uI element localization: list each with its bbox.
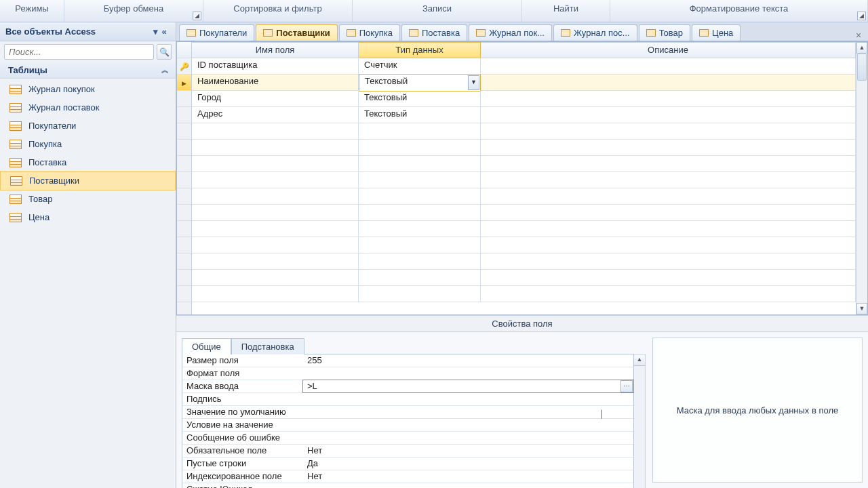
property-row[interactable]: Формат поля <box>182 367 633 380</box>
design-row[interactable] <box>192 221 856 237</box>
nav-item-поставщики[interactable]: Поставщики <box>0 171 176 190</box>
design-row[interactable] <box>192 172 856 188</box>
nav-section-tables[interactable]: Таблицы ︽ <box>0 62 176 79</box>
document-tab[interactable]: Поставка <box>401 24 467 41</box>
row-selector[interactable] <box>177 107 191 123</box>
design-row[interactable]: ГородТекстовый <box>192 91 856 107</box>
property-value[interactable] <box>303 406 633 418</box>
nav-item-поставка[interactable]: Поставка <box>0 153 176 171</box>
row-selector[interactable] <box>177 253 191 270</box>
data-type-cell[interactable]: Текстовый▼ <box>359 74 481 92</box>
description-cell[interactable] <box>481 91 856 107</box>
design-row[interactable] <box>192 188 856 205</box>
col-header-fieldname[interactable]: Имя поля <box>192 42 359 58</box>
field-name-cell[interactable]: Город <box>192 91 359 107</box>
property-value[interactable] <box>303 419 633 431</box>
document-tab[interactable]: Журнал пос... <box>553 24 637 41</box>
design-row[interactable]: НаименованиеТекстовый▼ <box>192 75 856 91</box>
search-icon[interactable]: 🔍 <box>157 44 172 60</box>
field-name-cell[interactable]: Наименование <box>192 75 359 91</box>
property-row[interactable]: Пустые строкиДа <box>182 458 633 470</box>
property-row[interactable]: Обязательное полеНет <box>182 445 633 458</box>
expand-icon[interactable]: ◢ <box>193 12 201 20</box>
row-selector[interactable] <box>177 75 191 91</box>
row-selector[interactable] <box>177 221 191 237</box>
property-row[interactable]: Подпись <box>182 393 633 406</box>
row-selector[interactable] <box>177 172 191 188</box>
property-value[interactable]: Да <box>303 458 633 470</box>
data-type-cell[interactable]: Текстовый <box>359 107 481 123</box>
nav-item-товар[interactable]: Товар <box>0 190 176 208</box>
property-value[interactable]: Нет <box>303 445 633 457</box>
nav-item-цена[interactable]: Цена <box>0 208 176 226</box>
property-row[interactable]: Условие на значение <box>182 419 633 432</box>
chevron-up-icon[interactable]: ︽ <box>161 65 169 75</box>
row-selector[interactable] <box>177 91 191 107</box>
property-value[interactable] <box>303 393 633 405</box>
property-row[interactable]: Значение по умолчанию <box>182 406 633 419</box>
row-selector[interactable] <box>177 140 191 156</box>
collapse-icon[interactable]: « <box>158 26 170 37</box>
nav-header[interactable]: Все объекты Access ▾ « <box>0 22 176 41</box>
props-vscrollbar[interactable]: ▲ <box>634 354 646 488</box>
grid-vscrollbar[interactable]: ▲ ▼ <box>856 42 867 314</box>
document-tab[interactable]: Покупка <box>339 24 400 41</box>
property-row[interactable]: Сообщение об ошибке <box>182 432 633 445</box>
scroll-up-icon[interactable]: ▲ <box>634 354 645 366</box>
row-selector[interactable] <box>177 156 191 172</box>
description-cell[interactable] <box>481 75 856 91</box>
document-tab[interactable]: Поставщики <box>256 24 337 41</box>
row-selector[interactable] <box>177 58 191 75</box>
description-cell[interactable] <box>481 107 856 123</box>
design-row[interactable] <box>192 123 856 140</box>
nav-item-журнал-поставок[interactable]: Журнал поставок <box>0 98 176 117</box>
document-tab[interactable]: Товар <box>639 24 690 41</box>
nav-item-журнал-покупок[interactable]: Журнал покупок <box>0 80 176 98</box>
property-row[interactable]: Сжатие Юникод <box>182 483 633 488</box>
design-row[interactable] <box>192 286 856 302</box>
dropdown-icon[interactable]: ▼ <box>468 75 479 90</box>
document-tab[interactable]: Цена <box>692 24 741 41</box>
document-tab[interactable]: Покупатели <box>179 24 254 41</box>
scroll-down-icon[interactable]: ▼ <box>856 303 867 314</box>
scroll-thumb[interactable] <box>857 54 867 81</box>
design-row[interactable] <box>192 156 856 172</box>
scroll-up-icon[interactable]: ▲ <box>856 42 867 54</box>
row-selector[interactable] <box>177 205 191 221</box>
design-row[interactable] <box>192 270 856 286</box>
design-row[interactable] <box>192 237 856 253</box>
property-value[interactable] <box>303 432 633 444</box>
builder-button[interactable]: ⋯ <box>620 380 633 392</box>
data-type-cell[interactable]: Текстовый <box>359 91 481 107</box>
row-selector[interactable] <box>177 270 191 286</box>
expand-icon[interactable]: ◢ <box>857 12 866 20</box>
property-value[interactable]: Нет <box>303 470 633 483</box>
design-row[interactable]: АдресТекстовый <box>192 107 856 123</box>
close-all-tabs[interactable]: × <box>852 30 865 41</box>
property-row[interactable]: Размер поля255 <box>182 354 633 367</box>
chevron-down-icon[interactable]: ▾ <box>153 26 158 37</box>
property-value[interactable]: >L⋯ <box>303 380 633 392</box>
field-name-cell[interactable]: ID поставщика <box>192 58 359 75</box>
col-header-datatype[interactable]: Тип данных <box>359 42 481 58</box>
row-selector[interactable] <box>177 188 191 205</box>
tab-lookup[interactable]: Подстановка <box>231 338 304 354</box>
design-row[interactable] <box>192 253 856 270</box>
row-selector[interactable] <box>177 286 191 302</box>
description-cell[interactable] <box>481 58 856 75</box>
design-row[interactable] <box>192 205 856 221</box>
property-value[interactable] <box>303 483 633 488</box>
col-header-description[interactable]: Описание <box>481 42 856 58</box>
nav-item-покупка[interactable]: Покупка <box>0 135 176 153</box>
document-tab[interactable]: Журнал пок... <box>469 24 552 41</box>
row-selector[interactable] <box>177 123 191 140</box>
property-row[interactable]: Индексированное полеНет <box>182 470 633 483</box>
property-value[interactable] <box>303 367 633 380</box>
tab-general[interactable]: Общие <box>182 338 231 354</box>
nav-item-покупатели[interactable]: Покупатели <box>0 117 176 135</box>
property-value[interactable]: 255 <box>303 354 633 367</box>
nav-search-input[interactable] <box>4 44 154 60</box>
row-selector[interactable] <box>177 237 191 253</box>
property-row[interactable]: Маска ввода>L⋯ <box>182 380 633 393</box>
design-row[interactable] <box>192 140 856 156</box>
